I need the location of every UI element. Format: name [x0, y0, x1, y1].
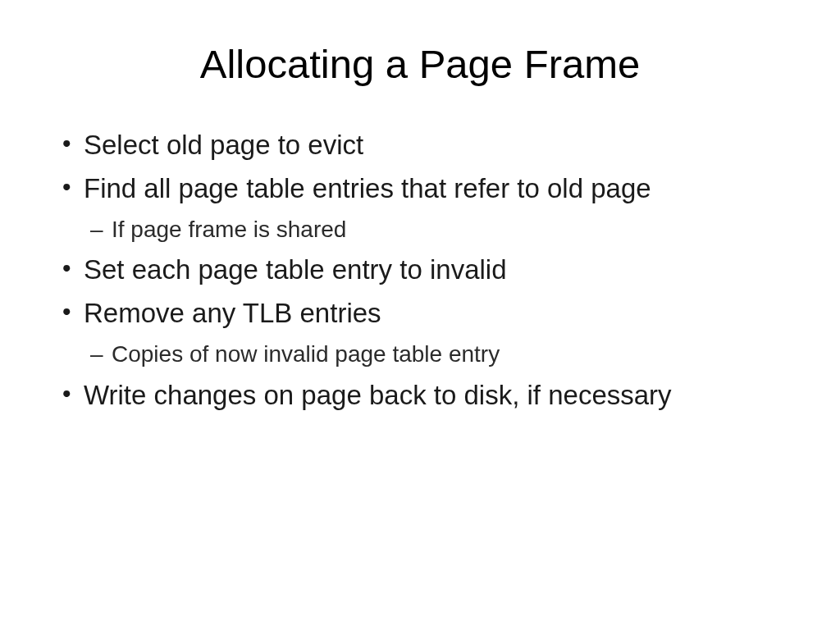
slide-title: Allocating a Page Frame — [57, 41, 783, 87]
list-item: Write changes on page back to disk, if n… — [57, 377, 783, 415]
list-sub-item: Copies of now invalid page table entry — [57, 338, 783, 372]
list-item: Find all page table entries that refer t… — [57, 170, 783, 208]
list-item: Select old page to evict — [57, 126, 783, 165]
bullet-list: Select old page to evict Find all page t… — [57, 126, 783, 414]
list-sub-item: If page frame is shared — [57, 213, 783, 247]
list-item: Remove any TLB entries — [57, 294, 783, 333]
list-item: Set each page table entry to invalid — [57, 251, 783, 290]
